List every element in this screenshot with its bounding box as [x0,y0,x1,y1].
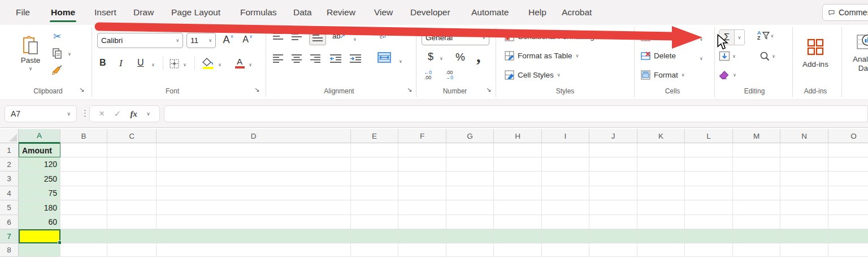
increase-decimal-button[interactable]: ←0 .00 [424,70,432,80]
comma-style-button[interactable]: , [476,46,481,66]
cell-I2[interactable] [542,157,589,172]
cell-B4[interactable] [60,186,107,200]
cell-D6[interactable] [157,215,351,229]
fill-handle[interactable] [58,241,62,245]
cell-H5[interactable] [494,200,542,215]
cell-L3[interactable] [685,172,733,186]
cell-J8[interactable] [589,243,637,257]
decrease-indent-button[interactable] [330,54,341,63]
fill-button[interactable]: ∨ [719,51,736,61]
wrap-text-button[interactable]: ab c↵ [380,29,387,40]
underline-chevron-icon[interactable]: ∨ [151,62,155,67]
align-right-button[interactable] [310,54,320,63]
row-header-4[interactable]: 4 [0,186,19,200]
row-header-5[interactable]: 5 [0,200,19,215]
row-header-2[interactable]: 2 [0,157,19,172]
cell-G5[interactable] [446,200,494,215]
italic-button[interactable]: I [119,58,123,69]
percent-style-button[interactable]: % [455,51,465,63]
delete-chevron-icon[interactable]: ∨ [700,56,703,61]
cell-D3[interactable] [157,172,351,186]
cell-E2[interactable] [351,157,398,172]
cell-F5[interactable] [398,200,446,215]
cell-H4[interactable] [494,186,542,200]
cell-N2[interactable] [780,157,828,172]
increase-indent-button[interactable] [350,54,361,63]
cell-I3[interactable] [542,172,589,186]
cell-I8[interactable] [542,243,589,257]
orientation-chevron-icon[interactable]: ∨ [353,37,357,42]
align-center-button[interactable] [292,54,302,63]
clear-button[interactable]: ∨ [719,70,736,80]
tab-page-layout[interactable]: Page Layout [169,0,223,25]
middle-align-button[interactable] [292,33,302,41]
cell-N3[interactable] [780,172,828,186]
cell-C5[interactable] [107,200,157,215]
cell-A1[interactable]: Amount [19,143,60,157]
cell-J1[interactable] [589,143,637,157]
cell-L1[interactable] [685,143,733,157]
cell-E7[interactable] [351,229,398,243]
find-select-button[interactable]: ∨ [760,51,775,61]
cell-B5[interactable] [60,200,107,215]
font-dialog-launcher-icon[interactable]: ↘ [254,86,259,93]
row-header-7[interactable]: 7 [0,229,19,243]
cell-G4[interactable] [446,186,494,200]
tab-developer[interactable]: Developer [408,0,453,25]
fill-color-button[interactable] [201,57,215,70]
cell-B6[interactable] [60,215,107,229]
top-align-button[interactable] [273,33,283,41]
cell-D4[interactable] [157,186,351,200]
col-header-J[interactable]: J [589,129,637,143]
decrease-decimal-button[interactable]: .00 →0 [445,70,453,80]
cell-M3[interactable] [733,172,780,186]
cell-J4[interactable] [589,186,637,200]
col-header-I[interactable]: I [542,129,589,143]
cell-K8[interactable] [637,243,685,257]
cell-L2[interactable] [685,157,733,172]
cell-I4[interactable] [542,186,589,200]
cell-G6[interactable] [446,215,494,229]
cell-E4[interactable] [351,186,398,200]
format-as-table-button[interactable]: Format as Table ∨ [505,51,579,61]
cell-M8[interactable] [733,243,780,257]
format-painter-button[interactable] [51,65,63,76]
cell-O2[interactable] [828,157,868,172]
col-header-N[interactable]: N [780,129,828,143]
cell-M6[interactable] [733,215,780,229]
cell-J7[interactable] [589,229,637,243]
tab-data[interactable]: Data [291,0,314,25]
cell-K5[interactable] [637,200,685,215]
underline-button[interactable]: U [137,58,144,68]
cell-G1[interactable] [446,143,494,157]
font-color-button[interactable]: A [233,55,246,70]
col-header-H[interactable]: H [494,129,542,143]
insert-function-icon[interactable]: fx [130,109,137,119]
col-header-F[interactable]: F [398,129,446,143]
merge-chevron-icon[interactable]: ∨ [399,59,402,64]
cell-A8[interactable] [19,243,60,257]
cell-E8[interactable] [351,243,398,257]
cell-H7[interactable] [494,229,542,243]
cell-D7[interactable] [157,229,351,243]
cell-B7[interactable] [60,229,107,243]
cell-C2[interactable] [107,157,157,172]
cell-A6[interactable]: 60 [19,215,60,229]
cell-A4[interactable]: 75 [19,186,60,200]
fill-color-chevron-icon[interactable]: ∨ [218,62,222,67]
autosum-button[interactable]: Σ [719,30,735,45]
orientation-button[interactable]: ab ↗ [332,32,345,40]
tab-insert[interactable]: Insert [92,0,119,25]
cell-M4[interactable] [733,186,780,200]
copy-button[interactable] [51,48,63,59]
cell-L5[interactable] [685,200,733,215]
cell-J2[interactable] [589,157,637,172]
cell-O5[interactable] [828,200,868,215]
col-header-A[interactable]: A [19,129,60,143]
formula-input[interactable] [164,105,868,122]
cell-N7[interactable] [780,229,828,243]
enter-check-icon[interactable]: ✓ [114,109,121,119]
cell-E1[interactable] [351,143,398,157]
copy-chevron-icon[interactable]: ∨ [68,52,71,57]
tab-home[interactable]: Home [49,0,77,25]
